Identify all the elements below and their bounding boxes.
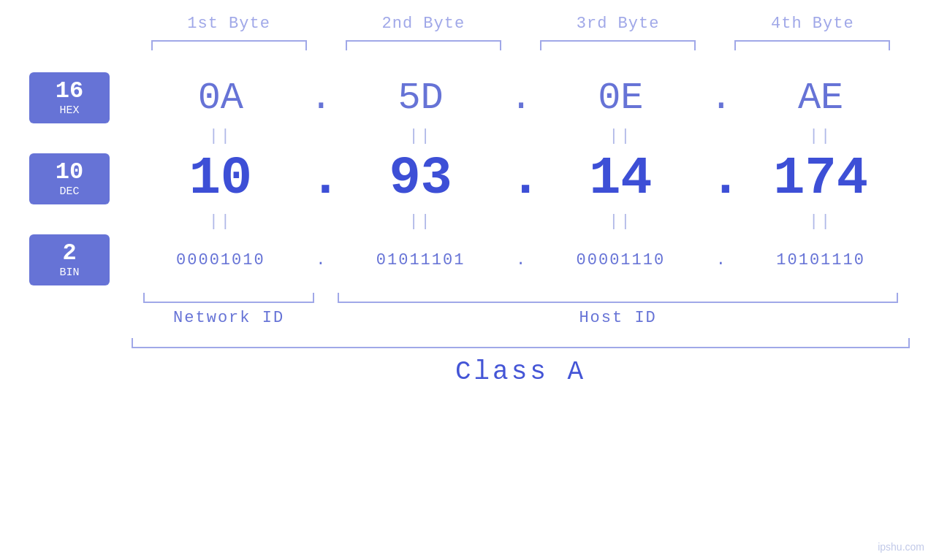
hex-row: 16 HEX 0A . 5D . 0E . AE: [29, 72, 910, 123]
byte-header-1: 1st Byte: [132, 15, 326, 33]
top-brackets: [29, 40, 910, 50]
bin-value-1: 00001010: [132, 251, 310, 269]
bin-dot-3: .: [710, 251, 731, 269]
hex-base: HEX: [59, 104, 79, 117]
eq-2-4: ||: [731, 212, 910, 231]
bin-dot-2: .: [510, 251, 532, 269]
bracket-top-1: [151, 40, 307, 50]
bracket-top-4: [734, 40, 890, 50]
bottom-brackets: [29, 293, 910, 303]
bracket-bot-network: [143, 293, 314, 303]
network-id-label: Network ID: [132, 309, 326, 327]
eq-2-3: ||: [532, 212, 710, 231]
hex-num: 16: [56, 80, 83, 103]
bracket-top-2: [346, 40, 501, 50]
hex-label-box: 16 HEX: [29, 72, 110, 123]
dec-dot-3: .: [710, 149, 731, 209]
dec-value-2: 93: [332, 149, 510, 209]
bracket-bottom-network: [132, 293, 326, 303]
watermark: ipshu.com: [878, 541, 924, 553]
bin-num: 2: [62, 242, 76, 265]
eq-1-3: ||: [532, 127, 710, 145]
hex-value-1: 0A: [132, 77, 310, 120]
eq-row-1: || || || ||: [29, 123, 910, 149]
host-id-label: Host ID: [326, 309, 910, 327]
dec-value-3: 14: [532, 149, 710, 209]
bin-value-4: 10101110: [731, 251, 910, 269]
bin-value-3: 00001110: [532, 251, 710, 269]
hex-value-2: 5D: [332, 77, 510, 120]
bracket-top-3: [540, 40, 696, 50]
bin-label-box: 2 BIN: [29, 234, 110, 285]
eq-1-4: ||: [731, 127, 910, 145]
main-container: 1st Byte 2nd Byte 3rd Byte 4th Byte 16 H…: [0, 0, 939, 560]
dec-value-4: 174: [731, 149, 910, 209]
eq-values-1: || || || ||: [132, 127, 910, 145]
dec-num: 10: [56, 161, 83, 184]
class-section: Class A: [29, 338, 910, 387]
dec-dot-2: .: [510, 149, 532, 209]
eq-2-1: ||: [132, 212, 310, 231]
eq-row-2: || || || ||: [29, 209, 910, 234]
id-labels: Network ID Host ID: [29, 309, 910, 327]
class-label: Class A: [132, 357, 910, 387]
bracket-cell-1: [132, 40, 326, 50]
bracket-bottom-host: [326, 293, 910, 303]
bracket-cell-2: [326, 40, 520, 50]
bin-value-2: 01011101: [332, 251, 510, 269]
byte-header-3: 3rd Byte: [521, 15, 715, 33]
eq-1-2: ||: [332, 127, 510, 145]
class-bracket: [132, 338, 910, 348]
byte-headers: 1st Byte 2nd Byte 3rd Byte 4th Byte: [29, 15, 910, 33]
eq-values-2: || || || ||: [132, 212, 910, 231]
bin-row: 2 BIN 00001010 . 01011101 . 00001110 .: [29, 234, 910, 285]
hex-value-3: 0E: [532, 77, 710, 120]
hex-value-4: AE: [731, 77, 910, 120]
dec-label-box: 10 DEC: [29, 153, 110, 204]
bracket-cell-3: [521, 40, 715, 50]
dec-dot-1: .: [310, 149, 332, 209]
dec-value-1: 10: [132, 149, 310, 209]
bracket-cell-4: [715, 40, 910, 50]
bin-dot-1: .: [310, 251, 332, 269]
hex-dot-1: .: [310, 77, 332, 120]
bin-base: BIN: [59, 266, 79, 279]
dec-base: DEC: [59, 185, 79, 198]
eq-1-1: ||: [132, 127, 310, 145]
byte-header-2: 2nd Byte: [326, 15, 520, 33]
byte-header-4: 4th Byte: [715, 15, 910, 33]
eq-2-2: ||: [332, 212, 510, 231]
hex-values-row: 0A . 5D . 0E . AE: [132, 77, 910, 120]
bin-values-row: 00001010 . 01011101 . 00001110 . 1010111…: [132, 251, 910, 269]
bracket-bot-host: [338, 293, 898, 303]
hex-dot-2: .: [510, 77, 532, 120]
hex-dot-3: .: [710, 77, 731, 120]
dec-values-row: 10 . 93 . 14 . 174: [132, 149, 910, 209]
dec-row: 10 DEC 10 . 93 . 14 . 174: [29, 149, 910, 209]
